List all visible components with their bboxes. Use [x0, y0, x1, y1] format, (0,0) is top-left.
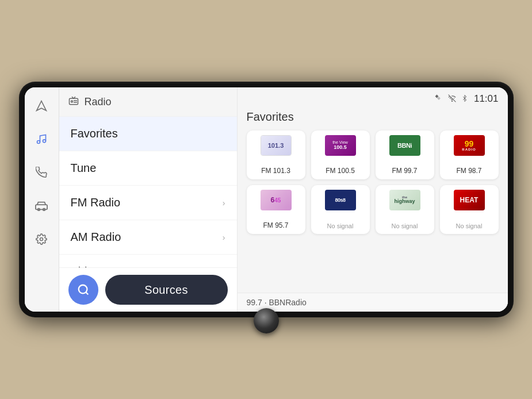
svg-point-1 [37, 141, 40, 144]
station-card-8058[interactable]: 80s8 No signal [311, 185, 370, 234]
station-label-fm-987: FM 98.7 [456, 167, 481, 175]
svg-point-6 [40, 238, 43, 241]
favorites-section: Favorites 101.3 FM 101.3 the View [238, 110, 508, 293]
menu-item-fm-radio-label: FM Radio [71, 196, 121, 209]
svg-marker-0 [37, 101, 47, 111]
svg-line-12 [86, 292, 88, 294]
sidebar-item-music[interactable] [31, 129, 52, 149]
svg-point-14 [451, 101, 452, 101]
sources-button[interactable]: Sources [105, 275, 228, 305]
svg-point-8 [71, 101, 72, 102]
sidebar-item-settings[interactable] [31, 229, 52, 250]
menu-item-favorites[interactable]: Favorites [59, 117, 237, 151]
menu-item-tune-label: Tune [71, 162, 97, 175]
sidebar-icons [25, 87, 59, 312]
now-playing-bar: 99.7 · BBNRadio [238, 293, 508, 312]
station-card-fm-987[interactable]: 99 RADIO FM 98.7 [440, 131, 499, 179]
svg-point-11 [78, 285, 87, 294]
station-label-fm-997: FM 99.7 [392, 167, 417, 175]
station-logo-highway: the highway [389, 190, 420, 210]
menu-panel: Radio Favorites Tune FM Radio › AM Radio… [59, 87, 238, 312]
station-logo-fm-987: 99 RADIO [454, 135, 485, 156]
wifi-off-icon [447, 94, 457, 104]
sidebar-item-car[interactable] [31, 195, 52, 216]
device-frame: Radio Favorites Tune FM Radio › AM Radio… [19, 82, 514, 317]
menu-item-am-radio[interactable]: AM Radio › [59, 220, 237, 255]
menu-footer: Sources [59, 267, 237, 312]
menu-items-list: Favorites Tune FM Radio › AM Radio › Sir… [59, 117, 237, 267]
menu-item-tune[interactable]: Tune [59, 151, 237, 186]
station-logo-fm-997: BBNi [389, 135, 420, 156]
station-label-heat: No signal [456, 222, 483, 229]
search-button[interactable] [68, 275, 98, 305]
signal-icon [435, 94, 443, 104]
station-logo-fm-1013: 101.3 [261, 135, 292, 156]
menu-item-favorites-label: Favorites [71, 127, 118, 140]
favorites-title: Favorites [247, 110, 499, 124]
menu-item-am-radio-label: AM Radio [71, 231, 121, 244]
station-logo-heat: HEAT [454, 190, 485, 210]
station-logo-fm-1005: the View 100.5 [325, 135, 356, 156]
favorites-grid: 101.3 FM 101.3 the View 100.5 FM 100.5 [247, 131, 499, 234]
time-display: 11:01 [474, 93, 499, 105]
chevron-icon-fm: › [223, 198, 225, 208]
now-playing-text: 99.7 · BBNRadio [247, 298, 307, 307]
bluetooth-icon [461, 94, 468, 105]
station-label-8058: No signal [327, 222, 354, 229]
main-header: 11:01 [238, 87, 508, 110]
station-label-fm-1013: FM 101.3 [261, 167, 290, 175]
radio-icon [68, 95, 79, 108]
main-content: 11:01 Favorites 101.3 FM 101.3 [238, 87, 508, 312]
chevron-icon-am: › [223, 233, 225, 242]
station-logo-8058: 80s8 [325, 190, 356, 210]
station-label-fm-1005: FM 100.5 [326, 167, 355, 175]
volume-knob[interactable] [254, 308, 279, 333]
menu-title: Radio [85, 96, 112, 108]
menu-item-siriusxm[interactable]: SiriusXM › [59, 255, 237, 267]
station-card-fm-957[interactable]: 6 45 FM 95.7 [247, 185, 305, 234]
sidebar-item-navigation[interactable] [31, 95, 52, 116]
station-card-heat[interactable]: HEAT No signal [440, 185, 499, 234]
menu-header: Radio [59, 87, 237, 117]
station-card-highway[interactable]: the highway No signal [376, 185, 434, 234]
station-card-fm-997[interactable]: BBNi FM 99.7 [376, 131, 434, 179]
svg-point-2 [43, 140, 46, 143]
sidebar-item-phone[interactable] [31, 162, 52, 183]
station-label-fm-957: FM 95.7 [263, 221, 288, 229]
screen: Radio Favorites Tune FM Radio › AM Radio… [25, 87, 508, 312]
station-card-fm-1013[interactable]: 101.3 FM 101.3 [247, 131, 305, 179]
menu-item-fm-radio[interactable]: FM Radio › [59, 186, 237, 220]
station-card-fm-1005[interactable]: the View 100.5 FM 100.5 [311, 131, 370, 179]
svg-rect-3 [36, 205, 47, 209]
status-icons [435, 94, 468, 105]
station-label-highway: No signal [392, 222, 418, 229]
station-logo-fm-957: 6 45 [261, 190, 292, 210]
